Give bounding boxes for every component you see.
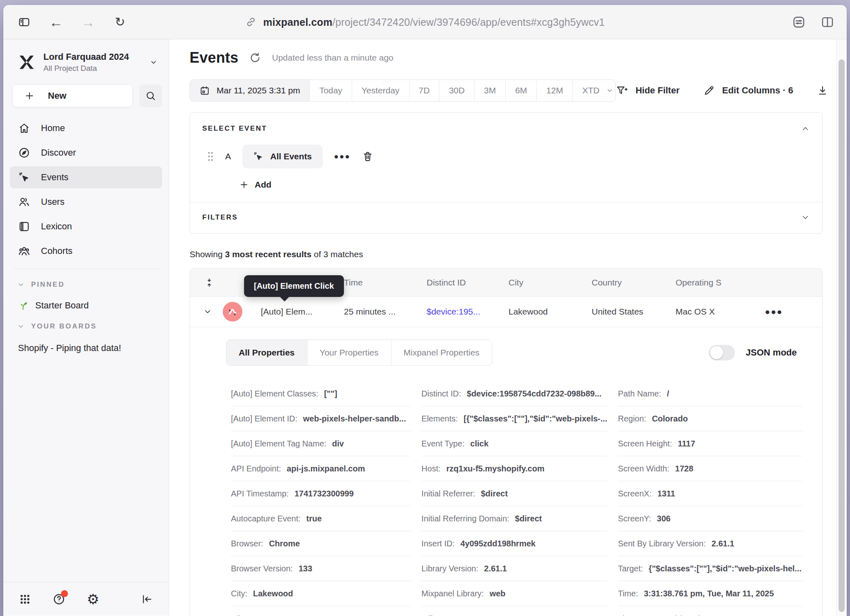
- range-today[interactable]: Today: [310, 80, 352, 101]
- address-bar[interactable]: mixpanel.com/project/3472420/view/397469…: [245, 16, 605, 28]
- range-label: Yesterday: [362, 86, 400, 95]
- range-3m[interactable]: 3M: [474, 80, 505, 101]
- tab-your-properties[interactable]: Your Properties: [307, 340, 391, 365]
- range-xtd[interactable]: XTD: [572, 80, 616, 101]
- property-row: Distinct ID:$device:1958754cdd7232-098b8…: [421, 381, 607, 406]
- date-picker[interactable]: Mar 11, 2025 3:31 pm: [190, 80, 310, 101]
- event-more-icon[interactable]: ●●●: [334, 152, 350, 161]
- column-header-country[interactable]: Country: [592, 278, 676, 288]
- reload-icon[interactable]: ↻: [113, 15, 127, 29]
- search-button[interactable]: [139, 84, 162, 107]
- sidebar-nav: Home Discover Events Users Lexicon: [3, 111, 169, 262]
- property-link[interactable]: api-js.mixpanel.com: [287, 464, 365, 473]
- browser-sidebar-toggle-icon[interactable]: [17, 15, 31, 29]
- sidebar-item-users[interactable]: Users: [10, 191, 162, 213]
- sidebar-item-lexicon[interactable]: Lexicon: [10, 215, 162, 238]
- results-summary: Showing 3 most recent results of 3 match…: [190, 249, 847, 259]
- chevron-up-icon[interactable]: [801, 124, 810, 133]
- hide-filter-button[interactable]: Hide Filter: [616, 85, 680, 96]
- sidebar-item-cohorts[interactable]: Cohorts: [10, 240, 162, 262]
- tab-mixpanel-properties[interactable]: Mixpanel Properties: [391, 340, 492, 365]
- browser-settings-icon[interactable]: [792, 15, 806, 29]
- calendar-icon: [199, 85, 210, 96]
- sidebar-item-events[interactable]: Events: [10, 166, 162, 188]
- cell-distinct-id[interactable]: $device:195...: [427, 307, 509, 317]
- event-selector-chip[interactable]: All Events: [242, 145, 323, 168]
- help-button[interactable]: [52, 593, 66, 606]
- pinned-item-label: Starter Board: [35, 300, 89, 311]
- cell-city: Lakewood: [509, 307, 592, 317]
- column-header-os[interactable]: Operating S: [676, 278, 741, 288]
- range-label: Today: [319, 86, 342, 95]
- sidebar-item-shopify-board[interactable]: Shopify - Piping that data!: [3, 331, 169, 353]
- property-row: Time Processed (UTC):10:31:41.070 pm, Tu…: [618, 606, 803, 616]
- pinned-section-header[interactable]: PINNED: [3, 269, 169, 289]
- tab-all-properties[interactable]: All Properties: [226, 340, 307, 365]
- property-link[interactable]: rzq1xu-f5.myshopify.com: [446, 464, 545, 473]
- property-row: Screen Height:1117: [618, 431, 803, 456]
- json-mode-label: JSON mode: [746, 347, 797, 358]
- event-row-letter: A: [225, 152, 231, 161]
- property-row: [Auto] Element Tag Name:div: [231, 431, 411, 456]
- property-row: [Auto] Element ID:web-pixels-helper-sand…: [231, 406, 411, 431]
- sidebar: Lord Farquaad 2024 All Project Data New …: [3, 39, 169, 616]
- range-yesterday[interactable]: Yesterday: [352, 80, 409, 101]
- forward-icon[interactable]: →: [81, 15, 95, 29]
- seedling-icon: [18, 300, 29, 311]
- updated-status: Updated less than a minute ago: [272, 53, 393, 63]
- settings-button[interactable]: ⚙: [87, 592, 99, 606]
- compass-icon: [18, 147, 30, 159]
- property-row: Library Version:2.61.1: [421, 556, 607, 581]
- property-row: API Endpoint:api-js.mixpanel.com: [231, 456, 411, 481]
- filters-section[interactable]: FILTERS: [190, 202, 822, 233]
- sidebar-item-home[interactable]: Home: [10, 117, 162, 139]
- sidebar-item-discover[interactable]: Discover: [10, 142, 162, 164]
- scrollbar[interactable]: [836, 40, 847, 616]
- range-7d[interactable]: 7D: [409, 80, 439, 101]
- property-row: Sent By Library Version:2.61.1: [618, 531, 803, 556]
- split-view-icon[interactable]: [821, 15, 834, 29]
- add-event-button[interactable]: Add: [190, 168, 822, 202]
- filters-title: FILTERS: [202, 213, 238, 222]
- refresh-icon[interactable]: [249, 52, 261, 64]
- range-label: 12M: [546, 86, 563, 95]
- properties-grid: [Auto] Element Classes:[""] [Auto] Eleme…: [190, 381, 822, 616]
- property-row: Elements:[{"$classes":[""],"$id":"web-pi…: [421, 406, 607, 431]
- collapse-sidebar-button[interactable]: [141, 593, 153, 605]
- column-header-city[interactable]: City: [509, 278, 592, 288]
- json-mode-toggle[interactable]: [709, 345, 735, 360]
- chevron-down-icon[interactable]: [203, 307, 212, 316]
- back-icon[interactable]: ←: [49, 15, 63, 29]
- drag-handle-icon[interactable]: [207, 151, 214, 162]
- sidebar-item-label: Users: [41, 197, 64, 207]
- chevron-down-icon: [801, 213, 810, 222]
- range-label: 7D: [419, 86, 430, 95]
- scrollbar-thumb[interactable]: [839, 59, 845, 612]
- sidebar-item-label: Home: [41, 123, 65, 134]
- new-button[interactable]: New: [12, 84, 133, 107]
- users-icon: [18, 196, 30, 208]
- row-more-icon[interactable]: ●●●: [741, 307, 822, 317]
- column-header-distinct-id[interactable]: Distinct ID: [427, 278, 509, 288]
- property-row: Host:rzq1xu-f5.myshopify.com: [421, 456, 607, 481]
- property-row: Browser:Chrome: [231, 531, 411, 556]
- column-header-time[interactable]: Time: [344, 278, 427, 288]
- collapse-left-icon: [141, 593, 153, 605]
- your-boards-section-header[interactable]: YOUR BOARDS: [3, 311, 169, 331]
- range-12m[interactable]: 12M: [536, 80, 572, 101]
- property-row: Event Type:click: [421, 431, 607, 456]
- chevron-down-icon: [606, 87, 613, 94]
- project-switcher[interactable]: Lord Farquaad 2024 All Project Data: [3, 39, 169, 75]
- trash-icon[interactable]: [362, 151, 373, 162]
- sidebar-item-starter-board[interactable]: Starter Board: [3, 289, 169, 311]
- range-6m[interactable]: 6M: [505, 80, 536, 101]
- property-row: OffsetX:7: [421, 606, 607, 616]
- apps-grid-icon[interactable]: [19, 593, 31, 605]
- cell-event-name: [Auto] Elem...: [261, 307, 344, 317]
- new-button-label: New: [48, 91, 66, 101]
- page-title: Events: [190, 49, 238, 66]
- range-30d[interactable]: 30D: [439, 80, 474, 101]
- edit-columns-button[interactable]: Edit Columns · 6: [703, 85, 793, 96]
- property-row: City:Lakewood: [231, 581, 411, 606]
- property-link[interactable]: $device:1958754cdd7232-098b89...: [467, 389, 601, 399]
